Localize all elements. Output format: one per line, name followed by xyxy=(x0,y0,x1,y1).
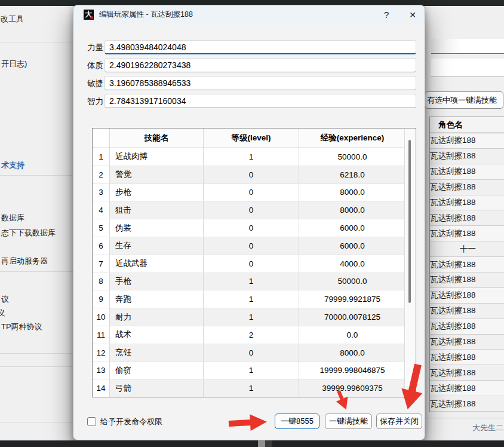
strength-field[interactable] xyxy=(105,40,416,54)
skill-row-number: 8 xyxy=(93,273,110,290)
skill-name-cell[interactable]: 战术 xyxy=(110,326,204,344)
bg-left-item[interactable]: 再启动服务器 xyxy=(1,256,48,267)
one-key-8555-button[interactable]: 一键8555 xyxy=(275,414,319,429)
character-row[interactable]: 十一 xyxy=(430,241,504,257)
character-name-header: 角色名 xyxy=(430,117,504,133)
bg-left-link[interactable]: 术支持 xyxy=(1,160,24,171)
character-row[interactable]: 瓦达刮擦188 xyxy=(430,273,504,288)
one-key-full-skills-button[interactable]: 一键满技能 xyxy=(325,414,372,429)
agility-field[interactable] xyxy=(105,76,416,90)
skill-row-number: 1 xyxy=(93,148,110,166)
skill-experience-cell[interactable]: 50000.0 xyxy=(299,148,405,166)
character-row[interactable]: 瓦达刮擦188 xyxy=(430,164,504,180)
skill-row-number: 7 xyxy=(93,255,110,273)
character-name: 瓦达刮擦188 xyxy=(430,290,476,301)
skill-level-cell[interactable]: 0 xyxy=(204,255,299,273)
character-name: 瓦达刮擦188 xyxy=(430,336,476,347)
bg-left-item[interactable]: 义 xyxy=(0,308,5,319)
character-row[interactable]: 瓦达刮擦188 xyxy=(430,335,504,350)
character-name: 瓦达刮擦188 xyxy=(430,151,476,161)
dialog-titlebar[interactable]: 大 编辑玩家属性 - 瓦达刮擦188 ? ✕ xyxy=(73,5,425,24)
skills-table-scrollbar[interactable] xyxy=(404,129,415,396)
character-row[interactable]: 瓦达刮擦188 xyxy=(430,210,504,226)
skill-experience-cell[interactable]: 79999.9921875 xyxy=(299,290,405,308)
skill-name-cell[interactable]: 奔跑 xyxy=(110,290,204,308)
skill-name-cell[interactable]: 弓箭 xyxy=(110,379,204,397)
character-row[interactable]: 瓦达刮擦188 xyxy=(430,304,504,319)
help-button[interactable]: ? xyxy=(384,10,389,20)
character-row[interactable]: 瓦达刮擦188 xyxy=(430,257,504,273)
skill-experience-cell[interactable]: 8000.0 xyxy=(299,344,405,362)
skill-name-cell[interactable]: 烹饪 xyxy=(110,344,204,362)
character-row[interactable]: 瓦达刮擦188 xyxy=(430,149,504,164)
skill-level-cell[interactable]: 0 xyxy=(204,344,299,362)
skill-level-cell[interactable]: 0 xyxy=(204,219,299,237)
skill-name-cell[interactable]: 步枪 xyxy=(110,184,204,201)
skill-level-cell[interactable]: 2 xyxy=(204,326,299,344)
bg-left-item[interactable]: 开日志) xyxy=(1,59,27,69)
skill-name-cell[interactable]: 耐力 xyxy=(110,308,204,326)
skill-experience-cell[interactable]: 6000.0 xyxy=(299,219,405,237)
skill-level-cell[interactable]: 1 xyxy=(204,290,299,308)
skill-row: 7近战武器04000.0 xyxy=(93,255,405,273)
skill-experience-cell[interactable]: 8000.0 xyxy=(299,184,405,201)
skill-row-number: 12 xyxy=(93,344,110,362)
skill-level-cell[interactable]: 1 xyxy=(204,273,299,290)
skill-level-cell[interactable]: 0 xyxy=(204,166,299,183)
bg-left-item[interactable]: 议 xyxy=(1,294,9,305)
character-row[interactable]: 瓦达刮擦188 xyxy=(430,180,504,195)
skill-experience-cell[interactable]: 39999.99609375 xyxy=(299,379,405,397)
skill-level-cell[interactable]: 0 xyxy=(204,184,299,201)
constitution-field[interactable] xyxy=(105,58,416,72)
bg-left-item[interactable]: TP两种协议 xyxy=(1,322,42,332)
skill-name-cell[interactable]: 狙击 xyxy=(110,201,204,219)
skill-name-cell[interactable]: 手枪 xyxy=(110,273,204,290)
skill-row-number: 2 xyxy=(93,166,110,183)
skill-row-number: 4 xyxy=(93,201,110,219)
agility-label: 敏捷 xyxy=(87,78,104,89)
skill-level-cell[interactable]: 1 xyxy=(204,308,299,326)
skill-experience-cell[interactable]: 6000.0 xyxy=(299,237,405,255)
skill-experience-cell[interactable]: 70000.0078125 xyxy=(299,308,405,326)
save-and-close-button[interactable]: 保存并关闭 xyxy=(376,414,422,429)
skill-experience-cell[interactable]: 4000.0 xyxy=(299,255,405,273)
skill-experience-cell[interactable]: 6218.0 xyxy=(299,166,405,183)
skill-level-cell[interactable]: 1 xyxy=(204,148,299,166)
skill-experience-cell[interactable]: 50000.0 xyxy=(299,273,405,290)
skill-name-cell[interactable]: 生存 xyxy=(110,237,204,255)
fill-selected-skills-button[interactable]: 有选中项一键满技能 xyxy=(425,91,503,109)
character-row[interactable]: 瓦达刮擦188 xyxy=(430,365,504,381)
skill-level-cell[interactable]: 0 xyxy=(204,201,299,219)
intelligence-label: 智力 xyxy=(87,96,104,107)
skill-name-cell[interactable]: 警觉 xyxy=(110,166,204,183)
character-row[interactable]: 瓦达刮擦188 xyxy=(430,350,504,365)
skill-experience-cell[interactable]: 0.0 xyxy=(299,326,405,344)
character-row[interactable]: 瓦达刮擦188 xyxy=(430,226,504,241)
skill-name-cell[interactable]: 偷窃 xyxy=(110,362,204,379)
skill-name-cell[interactable]: 近战武器 xyxy=(110,255,204,273)
bg-left-item[interactable]: 数据库 xyxy=(1,213,24,223)
character-row[interactable]: 瓦达刮擦188 xyxy=(430,381,504,396)
skill-level-cell[interactable]: 0 xyxy=(204,237,299,255)
bg-right-field-top[interactable] xyxy=(431,39,504,54)
dev-permission-checkbox[interactable] xyxy=(87,417,96,426)
skill-level-cell[interactable]: 1 xyxy=(204,362,299,379)
taskbar[interactable] xyxy=(0,440,504,447)
close-icon[interactable]: ✕ xyxy=(409,10,416,20)
character-row[interactable]: 瓦达刮擦188 xyxy=(430,195,504,211)
bg-footer-text: 大先生二 xyxy=(472,422,503,433)
character-row[interactable]: 瓦达刮擦188 xyxy=(430,288,504,304)
skill-experience-cell[interactable]: 8000.0 xyxy=(299,201,405,219)
character-row[interactable]: 瓦达刮擦188 xyxy=(430,319,504,335)
skill-level-cell[interactable]: 1 xyxy=(204,379,299,397)
intelligence-field[interactable] xyxy=(105,94,416,108)
skill-name-cell[interactable]: 伪装 xyxy=(110,219,204,237)
scrollbar-thumb[interactable] xyxy=(408,140,411,303)
skill-experience-cell[interactable]: 19999.998046875 xyxy=(299,362,405,379)
skill-name-cell[interactable]: 近战肉搏 xyxy=(110,148,204,166)
bg-left-item[interactable]: 态下下载数据库 xyxy=(1,228,56,238)
character-row[interactable]: 瓦达刮擦188 xyxy=(430,133,504,149)
bg-right-field-second[interactable] xyxy=(431,59,504,77)
character-row[interactable]: 瓦达刮擦188 xyxy=(430,396,504,412)
skill-row: 5伪装06000.0 xyxy=(93,219,405,237)
